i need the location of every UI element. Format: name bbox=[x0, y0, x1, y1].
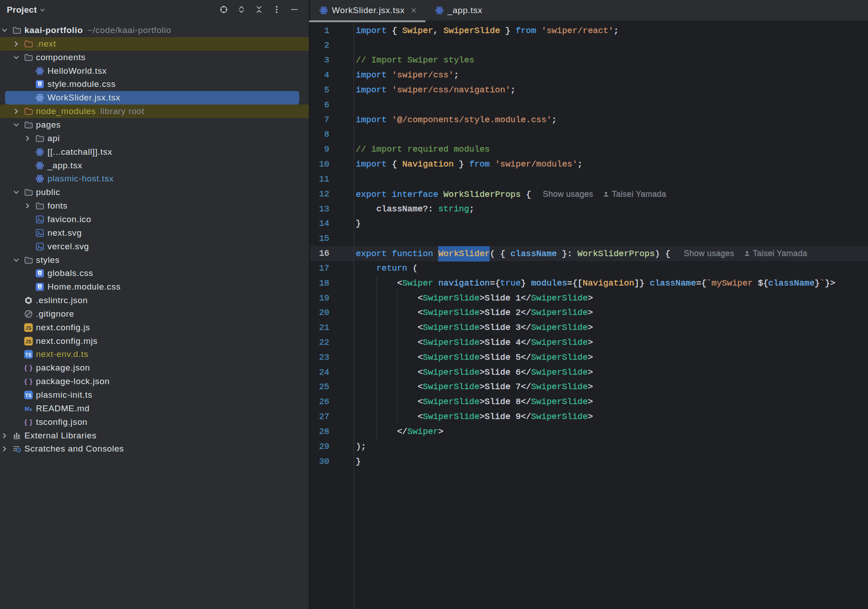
svg-text:JS: JS bbox=[25, 325, 32, 330]
svg-text:3: 3 bbox=[38, 82, 41, 86]
svg-text:{ }: { } bbox=[24, 418, 32, 426]
svg-text:3: 3 bbox=[38, 271, 41, 276]
svg-text:3: 3 bbox=[38, 285, 41, 289]
svg-text:TS: TS bbox=[25, 352, 31, 357]
svg-text:{ }: { } bbox=[24, 364, 32, 371]
svg-text:{ }: { } bbox=[24, 377, 32, 385]
svg-text:JS: JS bbox=[25, 339, 32, 344]
svg-text:TS: TS bbox=[25, 393, 31, 398]
svg-text:M: M bbox=[24, 405, 29, 412]
